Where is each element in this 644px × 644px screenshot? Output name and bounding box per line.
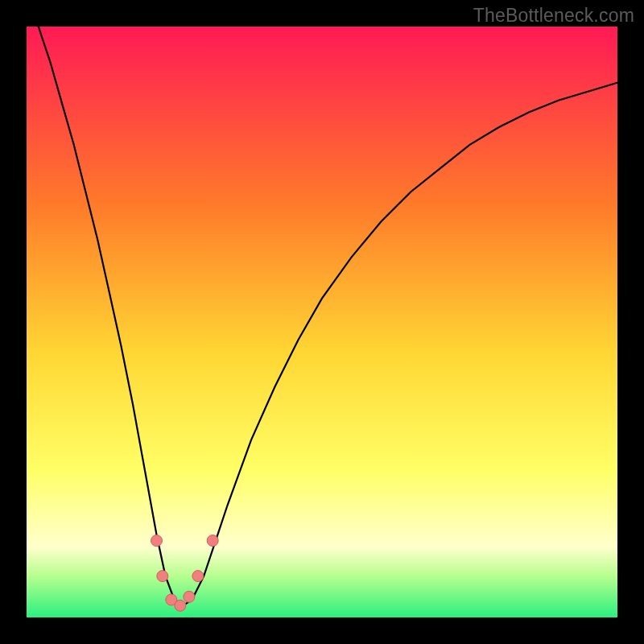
- chart-frame: TheBottleneck.com: [0, 0, 644, 644]
- bottleneck-chart: [27, 27, 617, 617]
- marker-dot: [157, 571, 168, 582]
- marker-dot: [184, 591, 195, 602]
- marker-dot: [207, 535, 218, 547]
- watermark-text: TheBottleneck.com: [473, 5, 634, 27]
- marker-dot: [175, 600, 186, 611]
- marker-dot: [192, 571, 204, 582]
- marker-dot: [151, 535, 163, 547]
